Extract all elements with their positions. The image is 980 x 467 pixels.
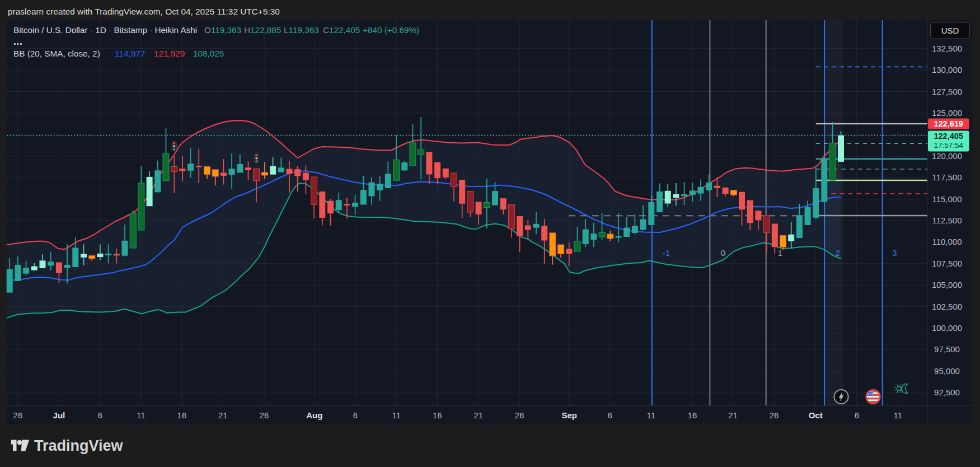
svg-text:97,500: 97,500 [934,344,960,354]
svg-text:2: 2 [835,248,840,258]
svg-text:11: 11 [137,410,146,420]
svg-text:21: 21 [218,410,228,420]
svg-text:112,500: 112,500 [932,216,962,225]
svg-text:11: 11 [894,410,903,420]
svg-text:6: 6 [608,410,612,420]
svg-text:21: 21 [728,410,738,420]
svg-text:130,000: 130,000 [932,65,962,74]
svg-text:100,000: 100,000 [932,323,962,333]
svg-text:120,000: 120,000 [932,151,962,161]
svg-text:17:57:54: 17:57:54 [934,141,963,150]
svg-text:11: 11 [392,410,401,420]
svg-text:95,000: 95,000 [934,366,960,376]
svg-text:6: 6 [353,410,358,420]
svg-text:127,500: 127,500 [932,87,962,96]
svg-text:-1: -1 [663,248,670,258]
svg-text:0: 0 [721,248,725,258]
svg-text:1: 1 [777,248,782,258]
svg-text:6: 6 [98,410,102,420]
svg-text:Sep: Sep [561,410,577,420]
svg-text:16: 16 [688,410,697,420]
svg-text:125,000: 125,000 [932,108,962,118]
svg-text:21: 21 [473,410,483,420]
svg-text:110,000: 110,000 [932,237,962,246]
svg-text:Bitcoin / U.S. Dollar · 1D · B: Bitcoin / U.S. Dollar · 1D · Bitstamp · … [13,25,419,35]
svg-text:107,500: 107,500 [932,259,962,268]
svg-text:Jul: Jul [53,410,65,420]
svg-text:26: 26 [515,410,524,420]
svg-text:132,500: 132,500 [932,44,962,53]
svg-text:26: 26 [770,410,779,420]
svg-text:USD: USD [941,26,959,35]
svg-text:praslearn created with Trading: praslearn created with TradingView.com, … [8,7,280,16]
svg-text:6: 6 [855,410,859,420]
svg-text:TradingView: TradingView [34,437,124,454]
svg-text:26: 26 [260,410,269,420]
svg-text:115,000: 115,000 [932,194,962,204]
svg-text:Aug: Aug [306,410,322,420]
svg-text:26: 26 [13,410,23,420]
svg-text:16: 16 [177,410,187,420]
svg-text:105,000: 105,000 [932,280,962,289]
svg-text:122,405: 122,405 [934,132,963,141]
svg-text:Oct: Oct [809,410,823,420]
svg-text:92,500: 92,500 [934,387,960,397]
svg-text:117,500: 117,500 [932,172,962,182]
svg-text:102,500: 102,500 [932,302,962,311]
svg-text:122,619: 122,619 [934,119,963,128]
svg-text:11: 11 [647,410,656,420]
svg-text:16: 16 [433,410,442,420]
svg-text:3: 3 [892,248,897,258]
